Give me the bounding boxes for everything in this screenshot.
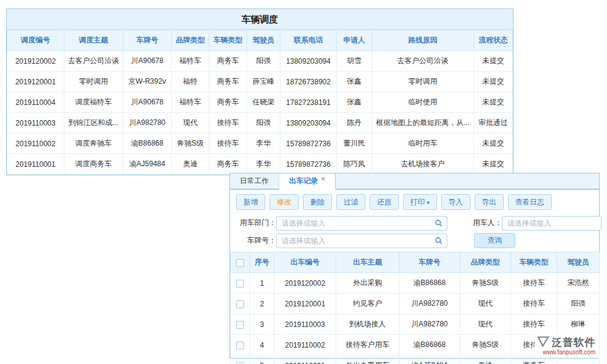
search-icon[interactable] [435, 219, 443, 229]
record-row[interactable]: 1 2019120002 外出采购 渝B86868 奔驰S级 接待车 宋浩然 [231, 273, 600, 294]
dispatch-row[interactable]: 2019120001 零时调用 京W-R392v 福特 商务车 薛宝峰 1872… [7, 72, 513, 92]
trip-subject-link[interactable]: 外出采购 [336, 273, 399, 294]
import-button[interactable]: 导入 [441, 194, 470, 210]
driver-cell[interactable]: 薛宝峰 [247, 72, 280, 92]
driver-cell[interactable]: 阳强 [247, 113, 280, 133]
trip-subject-link[interactable]: 约见客户 [336, 294, 399, 314]
status-cell: 未提交 [474, 72, 513, 92]
restore-button[interactable]: 还原 [370, 194, 399, 210]
column-header: 出车主题 [336, 252, 399, 273]
row-checkbox[interactable] [236, 300, 244, 308]
driver-cell[interactable]: 李华 [247, 133, 280, 154]
user-input[interactable] [502, 216, 602, 231]
modify-button[interactable]: 修改 [270, 194, 299, 210]
driver-cell[interactable]: 宋浩然 [557, 273, 600, 294]
trip-id-link[interactable]: 2019120001 [274, 294, 336, 314]
export-button[interactable]: 导出 [475, 194, 504, 210]
status-cell: 未提交 [474, 92, 513, 113]
brand-cell: 现代 [460, 294, 511, 314]
phone-cell: 17827238191 [280, 92, 337, 113]
record-row[interactable]: 2 2019120001 约见客户 川A982780 现代 接待车 阳强 [231, 294, 600, 314]
brand-cell: 福特车 [172, 92, 209, 113]
vehicle-type-cell: 接待车 [511, 294, 557, 314]
dispatch-id-link[interactable]: 2019110001 [7, 154, 64, 175]
query-button[interactable]: 查询 [474, 233, 515, 248]
tab-close-icon[interactable]: × [321, 175, 325, 183]
plate-cell[interactable]: 渝AJ59484 [399, 356, 460, 364]
checkbox-cell [231, 356, 250, 364]
search-icon[interactable] [435, 237, 443, 247]
print-button[interactable]: 打印▾ [403, 194, 437, 210]
plate-cell[interactable]: 川A982780 [399, 294, 460, 314]
plate-cell[interactable]: 川A982780 [399, 314, 460, 335]
filter-button[interactable]: 过滤 [336, 194, 365, 210]
dispatch-subject-link[interactable]: 调度奔驰车 [64, 133, 123, 154]
row-checkbox[interactable] [236, 362, 244, 364]
driver-cell[interactable]: 柳琳 [557, 314, 600, 335]
plate-cell[interactable]: 渝AJ59484 [123, 154, 172, 175]
plate-cell[interactable]: 渝B86868 [123, 133, 172, 154]
row-checkbox[interactable] [236, 342, 244, 349]
toolbar: 新增 修改 删除 过滤 还原 打印▾ 导入 导出 查看日志 [230, 190, 599, 214]
view-log-button[interactable]: 查看日志 [508, 194, 552, 210]
dispatch-subject-link[interactable]: 到锦江区和成... [64, 113, 123, 133]
reason-cell: 去客户公司洽谈 [372, 51, 474, 72]
fanpu-logo-icon [537, 336, 549, 349]
filter-row-1: 用车部门： 用车人： [230, 214, 599, 232]
tab-daily-work[interactable]: 日常工作 [230, 174, 279, 189]
column-header: 申请人 [337, 30, 372, 51]
dispatch-row[interactable]: 2019110002 调度奔驰车 渝B86868 奔驰S级 接待车 李华 157… [7, 133, 513, 154]
dispatch-subject-link[interactable]: 去客户公司洽谈 [64, 51, 123, 72]
trip-subject-link[interactable]: 外出办事用车 [336, 356, 399, 364]
driver-cell[interactable]: 李华 [247, 154, 280, 175]
row-number-cell: 2 [250, 294, 274, 314]
dispatch-row[interactable]: 2019120002 去客户公司洽谈 川A90678 福特车 商务车 阳强 13… [7, 51, 513, 72]
tab-trip-record[interactable]: 出车记录 × [279, 174, 336, 190]
plate-cell[interactable]: 京W-R392v [123, 72, 172, 92]
driver-cell[interactable]: 任晓渠 [247, 92, 280, 113]
plate-input[interactable] [276, 234, 447, 248]
print-label: 打印 [410, 198, 425, 206]
phone-cell: 13809203094 [280, 113, 337, 133]
trip-id-link[interactable]: 2019120002 [274, 273, 336, 294]
driver-cell[interactable] [557, 356, 600, 364]
dispatch-id-link[interactable]: 2019110004 [7, 92, 64, 113]
column-header: 车辆类型 [209, 30, 247, 51]
driver-cell[interactable]: 阳强 [247, 51, 280, 72]
trip-id-link[interactable]: 2019110002 [274, 335, 336, 356]
dispatch-subject-link[interactable]: 零时调用 [64, 72, 123, 92]
plate-cell[interactable]: 川A90678 [123, 92, 172, 113]
select-all-checkbox[interactable] [236, 259, 244, 267]
record-row[interactable]: 5 2019110001 外出办事用车 渝AJ59484 奥迪 商务车 [231, 356, 600, 364]
dispatch-id-link[interactable]: 2019110002 [7, 133, 64, 154]
vehicle-type-cell: 商务车 [209, 51, 247, 72]
row-checkbox[interactable] [236, 321, 244, 329]
plate-cell[interactable]: 渝B86868 [399, 335, 460, 356]
brand-cell: 现代 [460, 314, 511, 335]
dispatch-row[interactable]: 2019110003 到锦江区和成... 川A982780 现代 接待车 阳强 … [7, 113, 513, 133]
plate-cell[interactable]: 川A982780 [123, 113, 172, 133]
dispatch-id-link[interactable]: 2019120001 [7, 72, 64, 92]
dispatch-subject-link[interactable]: 调度商务车 [64, 154, 123, 175]
dispatch-row[interactable]: 2019110001 调度商务车 渝AJ59484 奥迪 商务车 李华 1578… [7, 154, 513, 175]
dispatch-id-link[interactable]: 2019110003 [7, 113, 64, 133]
dispatch-subject-link[interactable]: 调度福特车 [64, 92, 123, 113]
delete-button[interactable]: 删除 [303, 194, 332, 210]
trip-subject-link[interactable]: 接待客户用车 [336, 335, 399, 356]
applicant-cell: 张鑫 [337, 92, 372, 113]
vehicle-type-cell: 商务车 [511, 356, 557, 364]
record-row[interactable]: 3 2019110003 到机场接人 川A982780 现代 接待车 柳琳 [231, 314, 600, 335]
dispatch-row[interactable]: 2019110004 调度福特车 川A90678 福特车 商务车 任晓渠 178… [7, 92, 513, 113]
driver-cell[interactable]: 阳强 [557, 294, 600, 314]
dept-input[interactable] [276, 216, 447, 231]
plate-cell[interactable]: 川A90678 [123, 51, 172, 72]
dispatch-id-link[interactable]: 2019120002 [7, 51, 64, 72]
record-panel: 日常工作 出车记录 × 新增 修改 删除 过滤 还原 打印▾ 导入 导出 查看日… [229, 173, 600, 359]
column-header: 调度编号 [7, 30, 64, 51]
trip-id-link[interactable]: 2019110001 [274, 356, 336, 364]
add-button[interactable]: 新增 [236, 194, 265, 210]
row-checkbox[interactable] [236, 280, 244, 288]
plate-cell[interactable]: 渝B86868 [399, 273, 460, 294]
trip-id-link[interactable]: 2019110003 [274, 314, 336, 335]
trip-subject-link[interactable]: 到机场接人 [336, 314, 399, 335]
